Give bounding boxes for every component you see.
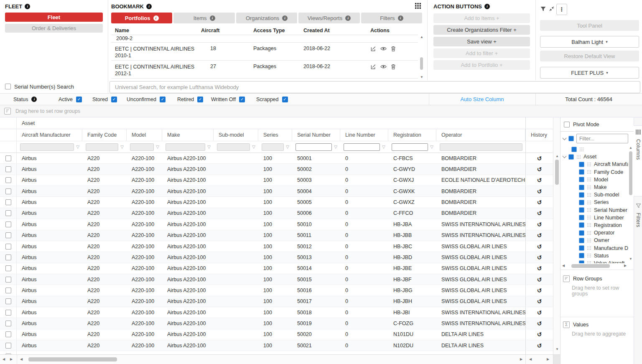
drag-grip-icon[interactable] — [587, 200, 591, 205]
filter-input-operator[interactable] — [440, 143, 522, 151]
filter-input-model[interactable] — [130, 143, 154, 151]
scroll-right-icon[interactable]: ▶ — [547, 358, 549, 361]
apps-grid-icon[interactable] — [415, 3, 421, 10]
tab-columns[interactable]: Columns — [634, 125, 642, 196]
delete-icon[interactable] — [390, 64, 396, 71]
filter-input-line-number[interactable] — [344, 143, 380, 151]
filter-funnel-icon[interactable]: ▽ — [382, 145, 385, 149]
history-icon[interactable]: ↺ — [537, 265, 542, 271]
scroll-down-icon[interactable]: ▼ — [420, 76, 423, 79]
filter-funnel-icon[interactable]: ▽ — [430, 145, 433, 149]
row-checkbox[interactable] — [5, 321, 11, 326]
scroll-thumb[interactable] — [28, 357, 117, 361]
history-column-header[interactable]: History — [525, 129, 553, 141]
status-checkbox-scrapped[interactable]: ✓ — [282, 97, 288, 102]
history-icon[interactable]: ↺ — [537, 277, 542, 283]
bookmark-scrollbar[interactable]: ▲ ▼ — [419, 36, 424, 79]
column-header-aircraft-manufacturer[interactable]: Aircraft Manufacturer — [17, 129, 82, 141]
tree-item-make-checkbox[interactable]: ✓ — [579, 185, 584, 190]
tree-item-sub-model-checkbox[interactable]: ✓ — [579, 192, 584, 198]
history-icon[interactable]: ↺ — [537, 177, 542, 183]
row-checkbox[interactable] — [5, 188, 11, 194]
status-checkbox-written-off[interactable]: ✓ — [239, 97, 245, 102]
collapse-icon[interactable] — [548, 5, 555, 13]
view-icon[interactable] — [380, 64, 387, 71]
scroll-down-icon[interactable]: ▼ — [629, 257, 632, 261]
action-button-add-to-items[interactable]: Add to Items + — [433, 13, 530, 23]
tab-items[interactable]: Itemsi — [173, 13, 234, 23]
row-checkbox[interactable] — [5, 221, 11, 227]
history-icon[interactable]: ↺ — [537, 298, 542, 304]
row-checkbox[interactable] — [5, 288, 11, 293]
column-filter-input[interactable] — [576, 134, 628, 143]
filter-icon[interactable] — [540, 6, 546, 13]
fleet-plus-button[interactable]: FLEET PLUS ▾ — [540, 67, 639, 79]
scroll-up-icon[interactable]: ▲ — [629, 146, 632, 150]
edit-icon[interactable] — [370, 46, 377, 53]
column-header-make[interactable]: Make — [162, 129, 214, 141]
filter-input-family-code[interactable] — [86, 143, 118, 151]
history-icon[interactable]: ↺ — [537, 155, 542, 161]
tree-item-line-number-checkbox[interactable]: ✓ — [579, 215, 584, 220]
row-checkbox[interactable] — [5, 155, 11, 161]
tree-item-family-code-checkbox[interactable]: ✓ — [579, 169, 584, 175]
scroll-thumb[interactable] — [420, 57, 423, 70]
pivot-mode-checkbox[interactable] — [564, 122, 570, 127]
filter-input-sub-model[interactable] — [217, 143, 250, 151]
filter-input-aircraft-manufacturer[interactable] — [20, 143, 74, 151]
row-checkbox[interactable] — [5, 255, 11, 260]
filter-funnel-icon[interactable]: ▽ — [207, 145, 211, 149]
chevron-down-icon[interactable] — [563, 154, 567, 158]
row-checkbox[interactable] — [5, 210, 11, 216]
fleet-button[interactable]: Fleet — [5, 13, 103, 22]
row-group-drop-zone[interactable]: Drag here to set row groups — [0, 105, 642, 117]
filter-funnel-icon[interactable]: ▽ — [286, 145, 289, 149]
tree-item-root-checkbox[interactable]: ✓ — [571, 147, 577, 152]
row-checkbox[interactable] — [5, 232, 11, 238]
column-header-registration[interactable]: Registration — [388, 129, 436, 141]
group-header-asset[interactable]: Asset — [17, 117, 525, 129]
drag-grip-icon[interactable] — [587, 170, 591, 174]
history-icon[interactable]: ↺ — [537, 288, 542, 293]
history-icon[interactable]: ↺ — [537, 331, 542, 337]
row-checkbox[interactable] — [5, 265, 11, 271]
drag-grip-icon[interactable] — [587, 231, 591, 235]
scroll-left-icon[interactable]: ◀ — [562, 264, 565, 267]
filter-funnel-icon[interactable]: ▽ — [76, 145, 79, 149]
row-checkbox[interactable] — [5, 166, 11, 172]
grid-horizontal-scrollbar[interactable]: ◀ ▶ ◀ ▶ ◀ ▶ — [0, 354, 560, 364]
kebab-menu-button[interactable]: ⋮ — [556, 4, 567, 15]
auto-size-column[interactable]: Auto Size Column — [429, 94, 535, 105]
history-icon[interactable]: ↺ — [537, 310, 542, 316]
tree-item-asset-checkbox[interactable]: ✓ — [568, 154, 574, 160]
values-section[interactable]: Σ Values Drag here to aggregate — [563, 321, 632, 337]
filter-input-make[interactable] — [166, 143, 205, 151]
scroll-thumb[interactable] — [629, 151, 632, 195]
tab-views-reports[interactable]: Views/Reportsi — [298, 13, 359, 23]
row-groups-section[interactable]: Row Groups Drag here to set row groups — [563, 275, 632, 297]
edit-icon[interactable] — [370, 64, 377, 71]
drag-grip-icon[interactable] — [587, 223, 591, 227]
drag-grip-icon[interactable] — [579, 147, 584, 152]
column-header-sub-model[interactable]: Sub-model — [214, 129, 258, 141]
action-button-save-view[interactable]: Save view + — [433, 37, 530, 46]
scroll-right-icon[interactable]: ▶ — [10, 358, 13, 361]
action-button-add-to-filter[interactable]: Add to filter + — [433, 48, 530, 58]
tree-vertical-scrollbar[interactable]: ▲ ▼ — [628, 145, 633, 263]
history-icon[interactable]: ↺ — [537, 221, 542, 227]
row-checkbox[interactable] — [5, 277, 11, 283]
column-header-operator[interactable]: Operator — [436, 129, 525, 141]
scroll-right-icon[interactable]: ▶ — [520, 358, 522, 361]
tool-panel-button[interactable]: Tool Panel — [540, 20, 639, 31]
drag-grip-icon[interactable] — [587, 162, 591, 167]
tree-item-owner-checkbox[interactable]: ✓ — [579, 238, 584, 243]
bookmark-row-partial[interactable]: 2009-2 — [111, 36, 418, 43]
scroll-left-icon[interactable]: ◀ — [20, 358, 23, 361]
drag-grip-icon[interactable] — [587, 253, 591, 258]
status-checkbox-stored[interactable]: ✓ — [111, 97, 117, 102]
filter-input-serial-number[interactable] — [296, 143, 332, 151]
drag-grip-icon[interactable] — [587, 215, 591, 220]
history-icon[interactable]: ↺ — [537, 343, 542, 349]
action-button-add-to-portfolio[interactable]: Add to Portfolio + — [433, 60, 530, 70]
tree-item-value-aircraft-checkbox[interactable]: ✓ — [579, 260, 584, 263]
